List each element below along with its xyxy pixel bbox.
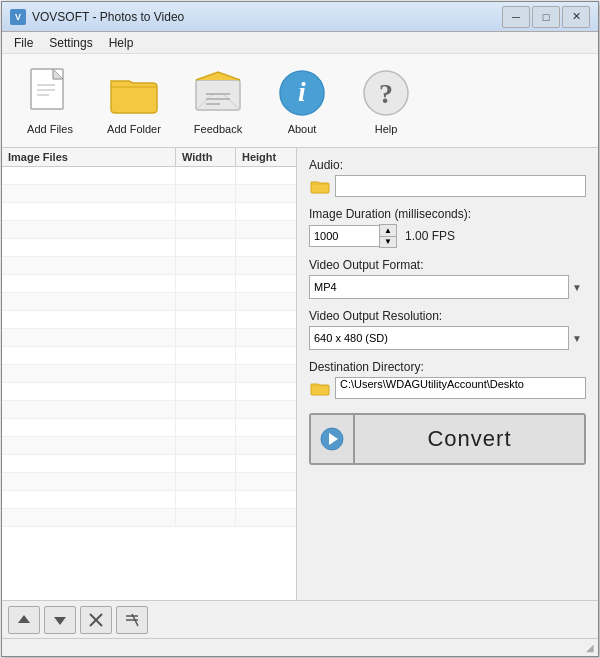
table-row [2,167,296,185]
destination-label: Destination Directory: [309,360,586,374]
table-row [2,473,296,491]
app-icon: V [10,9,26,25]
col-width: Width [176,148,236,166]
destination-folder-button[interactable] [309,379,331,397]
table-row [2,257,296,275]
file-list-panel: Image Files Width Height [2,148,297,600]
help-button[interactable]: ? Help [346,58,426,143]
table-row [2,311,296,329]
resolution-select[interactable]: 640 x 480 (SD) 1280 x 720 (HD) 1920 x 10… [309,326,569,350]
main-window: V VOVSOFT - Photos to Video ─ □ ✕ File S… [1,1,599,657]
bottom-toolbar [2,600,598,638]
svg-text:i: i [298,76,306,107]
convert-section: Convert [309,413,586,465]
titlebar-buttons: ─ □ ✕ [502,6,590,28]
resolution-select-wrap: 640 x 480 (SD) 1280 x 720 (HD) 1920 x 10… [309,326,586,350]
table-row [2,509,296,527]
add-folder-button[interactable]: Add Folder [94,58,174,143]
table-row [2,293,296,311]
feedback-label: Feedback [194,123,242,135]
table-row [2,455,296,473]
svg-marker-22 [54,617,66,625]
spinner-buttons: ▲ ▼ [379,224,397,248]
resolution-label: Video Output Resolution: [309,309,586,323]
remove-button[interactable] [80,606,112,634]
statusbar: ◢ [2,638,598,656]
resolution-select-arrow: ▼ [572,333,582,344]
about-icon: i [276,67,328,119]
table-row [2,383,296,401]
format-label: Video Output Format: [309,258,586,272]
settings-panel: Audio: Image Duration (milliseconds): [297,148,598,600]
destination-section: Destination Directory: C:\Users\WDAGUtil… [309,360,586,399]
table-row [2,203,296,221]
table-row [2,401,296,419]
col-image-files: Image Files [2,148,176,166]
file-list-body[interactable] [2,167,296,600]
add-files-button[interactable]: Add Files [10,58,90,143]
add-files-label: Add Files [27,123,73,135]
menubar: File Settings Help [2,32,598,54]
format-section: Video Output Format: MP4 AVI MOV WMV ▼ [309,258,586,299]
duration-input[interactable] [309,225,379,247]
format-select-wrap: MP4 AVI MOV WMV ▼ [309,275,586,299]
table-row [2,221,296,239]
close-button[interactable]: ✕ [562,6,590,28]
table-row [2,419,296,437]
col-height: Height [236,148,296,166]
help-icon: ? [360,67,412,119]
table-row [2,239,296,257]
table-row [2,275,296,293]
audio-section: Audio: [309,158,586,197]
minimize-button[interactable]: ─ [502,6,530,28]
feedback-button[interactable]: Feedback [178,58,258,143]
feedback-icon [192,67,244,119]
titlebar: V VOVSOFT - Photos to Video ─ □ ✕ [2,2,598,32]
audio-input[interactable] [335,175,586,197]
resize-grip[interactable]: ◢ [586,642,594,653]
table-row [2,347,296,365]
duration-spinner: ▲ ▼ [309,224,397,248]
add-files-icon [24,67,76,119]
maximize-button[interactable]: □ [532,6,560,28]
resolution-section: Video Output Resolution: 640 x 480 (SD) … [309,309,586,350]
svg-text:?: ? [379,78,393,109]
about-label: About [288,123,317,135]
table-row [2,491,296,509]
add-folder-label: Add Folder [107,123,161,135]
spinner-up-button[interactable]: ▲ [380,225,396,236]
convert-arrow-button[interactable] [311,415,355,463]
move-down-button[interactable] [44,606,76,634]
table-row [2,365,296,383]
table-row [2,329,296,347]
convert-button[interactable]: Convert [355,415,584,463]
move-up-button[interactable] [8,606,40,634]
audio-row [309,175,586,197]
menu-help[interactable]: Help [101,34,142,52]
main-area: Image Files Width Height [2,148,598,600]
table-row [2,185,296,203]
svg-rect-9 [196,80,240,110]
svg-marker-21 [18,615,30,623]
duration-section: Image Duration (milliseconds): ▲ ▼ 1.00 … [309,207,586,248]
audio-folder-button[interactable] [309,177,331,195]
help-label: Help [375,123,398,135]
table-row [2,437,296,455]
file-list-header: Image Files Width Height [2,148,296,167]
fps-label: 1.00 FPS [405,229,455,243]
clear-button[interactable] [116,606,148,634]
format-select[interactable]: MP4 AVI MOV WMV [309,275,569,299]
add-folder-icon [108,67,160,119]
toolbar: Add Files Add Folder [2,54,598,148]
duration-label: Image Duration (milliseconds): [309,207,586,221]
format-select-arrow: ▼ [572,282,582,293]
destination-input[interactable]: C:\Users\WDAGUtilityAccount\Deskto [335,377,586,399]
menu-file[interactable]: File [6,34,41,52]
spinner-down-button[interactable]: ▼ [380,236,396,247]
svg-text:V: V [15,12,21,22]
about-button[interactable]: i About [262,58,342,143]
window-title: VOVSOFT - Photos to Video [32,10,502,24]
menu-settings[interactable]: Settings [41,34,100,52]
duration-row: ▲ ▼ 1.00 FPS [309,224,586,248]
destination-row: C:\Users\WDAGUtilityAccount\Deskto [309,377,586,399]
